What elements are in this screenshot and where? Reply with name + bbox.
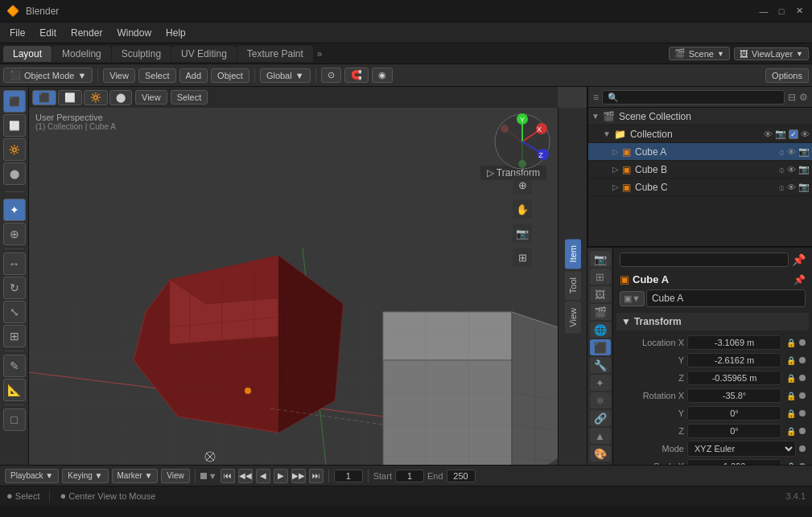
select-menu[interactable]: Select [138, 68, 176, 83]
rotation-z-value[interactable]: 0° [687, 424, 781, 438]
tab-uv-editing[interactable]: UV Editing [171, 46, 237, 62]
restrict-viewport-icon[interactable]: 👁 [764, 129, 773, 139]
play-reverse-btn[interactable]: ◀ [256, 469, 270, 483]
pin-icon[interactable]: 📌 [792, 253, 806, 266]
world-props-tab[interactable]: 🌐 [590, 322, 611, 338]
loc-x-dot[interactable] [799, 339, 806, 346]
tab-sculpting[interactable]: Sculpting [112, 46, 171, 62]
scene-selector[interactable]: 🎬 Scene ▼ [669, 47, 730, 60]
tab-texture-paint[interactable]: Texture Paint [237, 46, 313, 62]
tab-layout[interactable]: Layout [3, 46, 52, 62]
view-menu-vp[interactable]: View [135, 90, 167, 105]
pivot-selector[interactable]: ⊙ [321, 68, 341, 83]
collection-row[interactable]: ▼ 📁 Collection 👁 📷 ✓ 👁 [588, 125, 812, 143]
pin-icon2[interactable]: 📌 [793, 274, 806, 285]
ortho-icon[interactable]: ⊞ [513, 248, 532, 267]
pan-icon[interactable]: ✋ [513, 199, 532, 219]
transform-tool[interactable]: ⊞ [3, 325, 26, 347]
close-button[interactable]: ✕ [793, 5, 806, 18]
options-btn[interactable]: Options [765, 68, 809, 83]
rot-y-dot[interactable] [799, 410, 806, 416]
cube-b-row[interactable]: ▷ ▣ Cube B ⌽ 👁 📷 [588, 161, 812, 178]
rotate-tool[interactable]: ↻ [3, 277, 26, 299]
wireframe-btn[interactable]: ⬜ [3, 114, 26, 137]
move-tool[interactable]: ↔ [3, 252, 26, 275]
more-tabs-icon[interactable]: » [317, 48, 323, 59]
material-btn[interactable]: ⬤ [3, 162, 26, 185]
material-props-tab[interactable]: 🎨 [590, 445, 611, 462]
zoom-icon[interactable]: ⊕ [513, 175, 532, 195]
mode-dropdown[interactable]: XYZ Euler [687, 441, 796, 457]
select-menu-vp[interactable]: Select [171, 90, 208, 105]
annotate-tool[interactable]: ✎ [3, 355, 26, 377]
tool-tab[interactable]: Tool [565, 271, 581, 300]
location-y-value[interactable]: -2.6162 m [687, 353, 781, 367]
cube-c-row[interactable]: ▷ ▣ Cube C ⌽ 👁 📷 [588, 178, 812, 196]
rot-lock-z-icon[interactable]: 🔒 [786, 427, 796, 436]
marker-dropdown[interactable]: Marker ▼ [112, 469, 159, 483]
location-x-value[interactable]: -3.1069 m [687, 335, 781, 350]
cube-b-hide-icon[interactable]: 👁 [787, 165, 796, 174]
scene-props-tab[interactable]: 🎬 [590, 304, 611, 320]
obj-selector-icon[interactable]: ▣▼ [620, 291, 645, 306]
rot-lock-y-icon[interactable]: 🔒 [786, 409, 796, 418]
wireframe-shading-btn[interactable]: ⬜ [58, 90, 82, 105]
scale-x-dot[interactable] [799, 463, 806, 465]
lock-z-icon[interactable]: 🔒 [786, 374, 796, 383]
cube-b-render-icon[interactable]: 📷 [798, 164, 810, 174]
loc-z-dot[interactable] [799, 375, 806, 381]
scale-x-value[interactable]: 1.000 [687, 459, 781, 465]
constraints-props-tab[interactable]: 🔗 [590, 410, 611, 426]
rendered-shading-btn[interactable]: 🔆 [84, 90, 108, 105]
tab-modeling[interactable]: Modeling [52, 46, 111, 62]
render-layer-selector[interactable]: 🖼 ViewLayer ▼ [734, 47, 809, 60]
mode-selector[interactable]: ⬛ Object Mode ▼ [3, 68, 93, 83]
outliner-options-icon[interactable]: ⚙ [799, 92, 808, 103]
cursor-tool[interactable]: ⊕ [3, 223, 26, 245]
current-frame-input[interactable] [334, 470, 363, 482]
proportional-edit[interactable]: ◉ [372, 68, 393, 83]
render-props-tab[interactable]: 📷 [590, 251, 611, 267]
viewport[interactable]: ⬛ ⬜ 🔆 ⬤ View Select User Perspective (1)… [29, 87, 587, 465]
transform-selector[interactable]: Global ▼ [260, 68, 311, 83]
rot-x-dot[interactable] [799, 392, 806, 399]
hide-icon[interactable]: 👁 [801, 129, 810, 139]
particles-props-tab[interactable]: ✦ [590, 375, 611, 391]
menu-edit[interactable]: Edit [33, 26, 63, 40]
rotation-y-value[interactable]: 0° [687, 406, 781, 421]
rot-z-dot[interactable] [799, 428, 806, 434]
end-frame-input[interactable] [447, 470, 476, 482]
rotation-x-value[interactable]: -35.8° [687, 388, 781, 403]
mode-dot[interactable] [799, 445, 806, 452]
cube-c-hide-icon[interactable]: 👁 [787, 183, 796, 192]
prev-keyframe-btn[interactable]: ◀◀ [238, 469, 253, 483]
snap-toggle[interactable]: 🧲 [344, 68, 369, 83]
gray-cube[interactable] [383, 312, 560, 465]
menu-help[interactable]: Help [159, 26, 192, 40]
object-menu[interactable]: Object [211, 68, 249, 83]
minimize-button[interactable]: — [757, 5, 770, 18]
add-menu[interactable]: Add [179, 68, 208, 83]
navigation-gizmo[interactable]: X Y Z [493, 113, 551, 170]
start-frame-input[interactable] [395, 470, 424, 482]
play-btn[interactable]: ▶ [274, 469, 288, 483]
camera-icon[interactable]: 📷 [513, 224, 532, 243]
view-menu[interactable]: View [103, 68, 135, 83]
view-dropdown[interactable]: View [161, 469, 190, 483]
view-layer-props-tab[interactable]: 🖼 [590, 286, 611, 302]
outliner-search[interactable] [602, 90, 785, 105]
lock-x-icon[interactable]: 🔒 [786, 339, 796, 347]
scale-lock-x-icon[interactable]: 🔒 [786, 462, 796, 466]
object-props-tab[interactable]: ⬛ [590, 339, 611, 355]
view-tab[interactable]: View [565, 302, 581, 334]
frame-dropdown-arrow[interactable]: ▼ [208, 471, 217, 481]
menu-window[interactable]: Window [110, 26, 158, 40]
menu-render[interactable]: Render [64, 26, 109, 40]
object-name-input[interactable] [646, 289, 806, 307]
measure-tool[interactable]: 📐 [3, 379, 26, 401]
scene-collection-row[interactable]: ▼ 🎬 Scene Collection [588, 108, 812, 125]
location-z-value[interactable]: -0.35965 m [687, 371, 781, 385]
solid-view-btn[interactable]: ⬛ [3, 90, 26, 113]
collection-checkbox[interactable]: ✓ [789, 129, 798, 139]
menu-file[interactable]: File [3, 26, 31, 40]
